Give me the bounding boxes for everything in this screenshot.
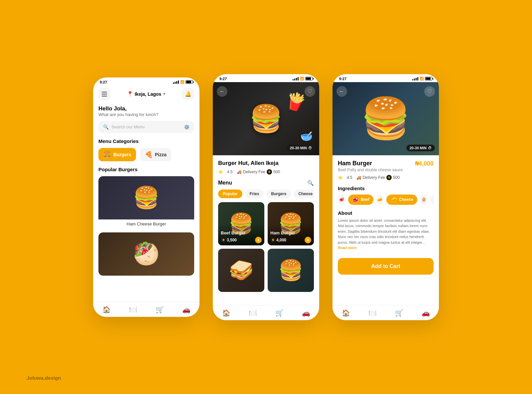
nav-cart-1[interactable]: 🛒 (156, 306, 164, 314)
greeting-line2: What are you having for lunch? (98, 112, 194, 117)
back-button-3[interactable]: ← (336, 86, 347, 97)
nav-cart-2[interactable]: 🛒 (275, 309, 284, 317)
item-name-desc: Ham Burger Beef Patty and double cheese … (338, 160, 403, 172)
ingredient-chip-beef[interactable]: 🥩 Beef (348, 195, 373, 205)
signal-icon-2 (293, 77, 299, 80)
burger-image-2: 🥙 (98, 232, 194, 276)
category-burgers[interactable]: 🍔 Burgers (98, 148, 136, 161)
nav-home-3[interactable]: 🏠 (342, 309, 350, 317)
p1-header: 📍 Ikeja, Lagos ▼ 🔔 (93, 85, 200, 103)
food-price-1: ₦3,500 (221, 237, 237, 243)
search-bar[interactable]: 🔍 Search our Menu ⚙️ (98, 121, 194, 133)
phone-item-detail: 9:27 📶 🍔 ← ♡ 20-30 MIN ⏱ (332, 74, 439, 320)
favorite-button-2[interactable]: ♡ (305, 86, 315, 97)
food-card-4[interactable]: 🍔 (268, 249, 314, 292)
nav-cart-3[interactable]: 🛒 (395, 309, 403, 317)
bottom-nav-1: 🏠 🍽️ 🛒 🚗 (93, 302, 200, 317)
delivery-truck-icon-3: 🚚 (356, 175, 361, 180)
burger-visual-2: 🥙 (98, 232, 194, 276)
food-image-3: 🥪 (218, 249, 264, 292)
burger-card-1[interactable]: 🍔 Ham Cheese Burger (98, 176, 194, 228)
about-section: About Lorem ipsum dolor sit amet, consec… (332, 207, 439, 253)
food-card-2[interactable]: 🍔 Ham Burger ₦4,000 + (268, 202, 314, 245)
ingredients-title: Ingredients (338, 186, 434, 191)
ingredient-chip-cheese[interactable]: 🧀 Cheese (386, 195, 417, 205)
read-more-link[interactable]: Read more (338, 246, 357, 250)
ingredients-list: 🥩 🥩 Beef 🧀 🧀 Cheese 🥚 🥚 Egg (338, 195, 434, 205)
ingredient-cheese-label: Cheese (399, 197, 413, 202)
item-visual: 🍔 (332, 82, 439, 155)
location-selector[interactable]: 📍 Ikeja, Lagos ▼ (127, 91, 166, 97)
time-text-3: 20-30 MIN (410, 146, 427, 150)
hero-sauce-visual: 🥣 (300, 130, 313, 142)
food-name-2: Ham Burger (270, 230, 311, 235)
status-time-1: 9:27 (100, 80, 107, 84)
nav-delivery-2[interactable]: 🚗 (302, 309, 310, 317)
food-grid: 🍔 Beef Burger ₦3,500 + 🍔 Ham Burger (213, 202, 319, 292)
status-bar-1: 9:27 📶 (93, 77, 200, 85)
status-icons-3: 📶 (412, 77, 432, 80)
screens-container: 9:27 📶 📍 (93, 74, 439, 320)
menu-search-icon[interactable]: 🔍 (307, 180, 314, 186)
bell-icon: 🔔 (185, 91, 192, 97)
menu-button[interactable] (98, 88, 110, 100)
status-time-3: 9:27 (339, 77, 346, 81)
time-badge-2: 20-30 MIN ⏱ (287, 145, 315, 151)
filter-tab-burgers[interactable]: Burgers (266, 190, 291, 198)
restaurant-hero-image: 🍔 🍟 🥣 ← ♡ 20-30 MIN ⏱ (213, 82, 319, 155)
item-name-price-row: Ham Burger Beef Patty and double cheese … (338, 160, 434, 172)
phone-restaurant: 9:27 📶 🍔 🍟 🥣 ← ♡ 20-30 (213, 74, 319, 320)
category-pizza[interactable]: 🍕 Pizza (140, 148, 171, 161)
wifi-icon-2: 📶 (300, 77, 304, 80)
nav-restaurant-2[interactable]: 🍽️ (249, 309, 257, 317)
burger-image-1: 🍔 (98, 176, 194, 219)
delivery-truck-icon-2: 🚚 (237, 170, 242, 174)
naira-icon-2: ₦ (267, 169, 272, 175)
item-hero-image: 🍔 ← ♡ 20-30 MIN ⏱ (332, 82, 439, 155)
menu-title: Menu (218, 180, 232, 186)
item-name: Ham Burger (338, 160, 403, 167)
filter-tab-popular[interactable]: Popular (218, 190, 242, 198)
food-card-overlay-1: Beef Burger ₦3,500 + (218, 224, 264, 245)
add-food-button-1[interactable]: + (255, 237, 262, 243)
categories-list: 🍔 Burgers 🍕 Pizza (93, 148, 200, 167)
burger-card-2[interactable]: 🥙 (98, 232, 194, 276)
food-card-overlay-2: Ham Burger ₦4,000 + (268, 224, 314, 245)
burger-emoji-icon: 🍔 (103, 151, 111, 159)
menu-line-icon (102, 96, 107, 96)
menu-line-icon (102, 94, 107, 94)
nav-restaurant-1[interactable]: 🍽️ (129, 306, 137, 314)
timer-icon-2: ⏱ (308, 146, 312, 150)
ingredient-chip-egg[interactable]: 🥚 Egg (430, 195, 434, 205)
burger-name-1: Ham Cheese Burger (98, 219, 194, 228)
filter-icon: ⚙️ (184, 124, 190, 130)
notification-button[interactable]: 🔔 (182, 88, 194, 100)
ingredient-chip-cheese-img: 🧀 (376, 195, 384, 205)
filter-tab-cheese[interactable]: Cheese (294, 190, 314, 198)
burger-visual-1: 🍔 (98, 176, 194, 219)
nav-home-2[interactable]: 🏠 (222, 309, 230, 317)
food-card-1[interactable]: 🍔 Beef Burger ₦3,500 + (218, 202, 264, 245)
status-icons-2: 📶 (293, 77, 313, 80)
add-to-cart-button[interactable]: Add to Cart (338, 258, 434, 275)
category-pizza-label: Pizza (155, 152, 167, 157)
nav-home-1[interactable]: 🏠 (102, 306, 111, 314)
menu-line-icon (102, 92, 107, 92)
beef-icon: 🥩 (352, 197, 359, 203)
nav-delivery-3[interactable]: 🚗 (422, 309, 430, 317)
nav-restaurant-3[interactable]: 🍽️ (368, 309, 377, 317)
favorite-button-3[interactable]: ♡ (424, 86, 435, 97)
delivery-fee-3: 500 (393, 175, 400, 180)
status-time-2: 9:27 (219, 77, 227, 81)
category-burgers-label: Burgers (113, 152, 131, 157)
back-button-2[interactable]: ← (217, 86, 227, 97)
filter-tab-fries[interactable]: Fries (245, 190, 264, 198)
ingredient-chip-beef-img: 🥩 (338, 195, 345, 205)
food-card-3[interactable]: 🥪 (218, 249, 264, 292)
add-food-button-2[interactable]: + (305, 237, 311, 243)
categories-title: Menu Categories (93, 138, 200, 148)
ingredients-section: Ingredients 🥩 🥩 Beef 🧀 🧀 Cheese 🥚 🥚 Egg (332, 183, 439, 207)
hero-fries-visual: 🍟 (283, 89, 308, 113)
search-input[interactable]: Search our Menu (111, 124, 181, 129)
nav-delivery-1[interactable]: 🚗 (182, 306, 191, 314)
